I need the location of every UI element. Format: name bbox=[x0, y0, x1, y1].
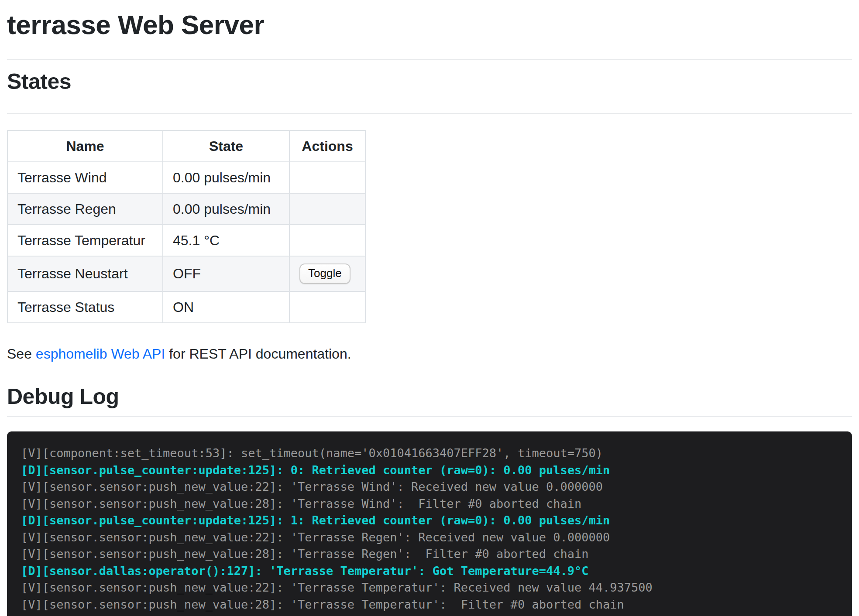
cell-name: Terrasse Neustart bbox=[7, 256, 163, 291]
log-line: [V][sensor.sensor:push_new_value:22]: 'T… bbox=[21, 529, 838, 546]
column-header-state: State bbox=[163, 130, 289, 162]
api-note-suffix: for REST API documentation. bbox=[165, 346, 351, 362]
debug-log-console: [V][component:set_timeout:53]: set_timeo… bbox=[7, 431, 852, 616]
table-row: Terrasse NeustartOFFToggle bbox=[7, 256, 365, 291]
log-line: [V][sensor.sensor:push_new_value:22]: 'T… bbox=[21, 579, 838, 596]
column-header-actions: Actions bbox=[289, 130, 365, 162]
states-heading: States bbox=[7, 69, 852, 95]
page: terrasse Web Server States Name State Ac… bbox=[0, 0, 859, 616]
log-line: [D][sensor.pulse_counter:update:125]: 0:… bbox=[21, 462, 838, 479]
column-header-name: Name bbox=[7, 130, 163, 162]
log-line: [V][sensor.sensor:push_new_value:22]: 'T… bbox=[21, 479, 838, 496]
cell-state: OFF bbox=[163, 256, 289, 291]
log-line: [D][sensor.dallas:operator():127]: 'Terr… bbox=[21, 563, 838, 580]
cell-name: Terrasse Wind bbox=[7, 162, 163, 193]
log-line: [V][sensor.sensor:push_new_value:28]: 'T… bbox=[21, 496, 838, 513]
table-row: Terrasse Wind0.00 pulses/min bbox=[7, 162, 365, 193]
states-table: Name State Actions Terrasse Wind0.00 pul… bbox=[7, 130, 366, 323]
cell-actions bbox=[289, 225, 365, 256]
esphomelib-web-api-link[interactable]: esphomelib Web API bbox=[36, 346, 165, 362]
log-line: [D][sensor.pulse_counter:update:125]: 1:… bbox=[21, 512, 838, 529]
cell-actions bbox=[289, 162, 365, 193]
cell-name: Terrasse Status bbox=[7, 291, 163, 323]
api-note-prefix: See bbox=[7, 346, 36, 362]
debug-log-heading: Debug Log bbox=[7, 384, 852, 410]
page-title: terrasse Web Server bbox=[7, 10, 852, 40]
table-row: Terrasse StatusON bbox=[7, 291, 365, 323]
api-note: See esphomelib Web API for REST API docu… bbox=[7, 345, 852, 363]
divider bbox=[7, 416, 852, 417]
cell-actions bbox=[289, 193, 365, 225]
table-header-row: Name State Actions bbox=[7, 130, 365, 162]
cell-state: ON bbox=[163, 291, 289, 323]
log-line: [V][sensor.sensor:push_new_value:28]: 'T… bbox=[21, 546, 838, 563]
divider bbox=[7, 59, 852, 60]
cell-actions: Toggle bbox=[289, 256, 365, 291]
log-line: [V][component:set_timeout:53]: set_timeo… bbox=[21, 445, 838, 462]
log-line: [V][sensor.sensor:push_new_value:28]: 'T… bbox=[21, 596, 838, 613]
divider bbox=[7, 113, 852, 114]
cell-name: Terrasse Regen bbox=[7, 193, 163, 225]
cell-actions bbox=[289, 291, 365, 323]
cell-name: Terrasse Temperatur bbox=[7, 225, 163, 256]
cell-state: 0.00 pulses/min bbox=[163, 193, 289, 225]
table-row: Terrasse Regen0.00 pulses/min bbox=[7, 193, 365, 225]
cell-state: 0.00 pulses/min bbox=[163, 162, 289, 193]
toggle-button[interactable]: Toggle bbox=[299, 264, 350, 284]
cell-state: 45.1 °C bbox=[163, 225, 289, 256]
table-row: Terrasse Temperatur45.1 °C bbox=[7, 225, 365, 256]
